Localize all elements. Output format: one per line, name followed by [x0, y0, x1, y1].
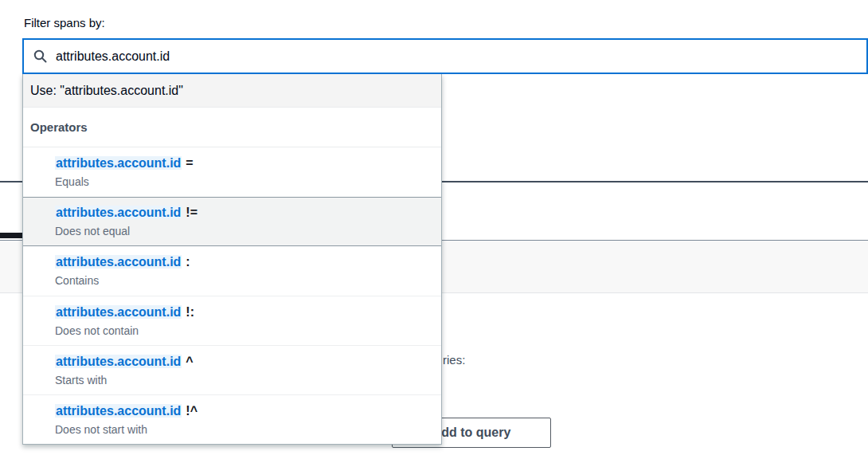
- operator-option-attribute: attributes.account.id: [55, 156, 182, 170]
- operator-option-description: Does not start with: [55, 422, 441, 437]
- operator-option-expression: attributes.account.id!=: [55, 204, 441, 221]
- operator-option-attribute: attributes.account.id: [55, 404, 182, 418]
- operator-option-description: Contains: [55, 273, 441, 288]
- operator-option-attribute: attributes.account.id: [55, 355, 182, 368]
- operator-option-attribute: attributes.account.id: [55, 206, 182, 219]
- operator-option-row[interactable]: attributes.account.id: Contains: [23, 246, 441, 296]
- operator-option-symbol: !:: [186, 305, 194, 319]
- truncated-background-label: ries:: [443, 353, 465, 367]
- search-icon: [33, 49, 47, 63]
- operator-option-expression: attributes.account.id!^: [55, 402, 441, 419]
- operator-options-list: attributes.account.id= Equals attributes…: [23, 147, 441, 444]
- operator-option-row[interactable]: attributes.account.id!^ Does not start w…: [23, 394, 441, 444]
- operators-group-header: Operators: [23, 108, 441, 147]
- operator-option-symbol: =: [186, 156, 193, 170]
- operator-option-symbol: !=: [186, 206, 197, 219]
- operator-option-expression: attributes.account.id=: [55, 155, 441, 171]
- search-input-value: attributes.account.id: [56, 49, 170, 64]
- operator-option-attribute: attributes.account.id: [55, 305, 182, 319]
- operator-option-description: Equals: [55, 174, 441, 190]
- operator-option-expression: attributes.account.id^: [55, 353, 441, 370]
- operator-option-row[interactable]: attributes.account.id!: Does not contain: [23, 296, 441, 345]
- operator-option-expression: attributes.account.id:: [55, 253, 441, 270]
- operator-option-symbol: ^: [186, 355, 193, 368]
- operator-option-symbol: :: [186, 255, 190, 269]
- operator-option-row[interactable]: attributes.account.id!= Does not equal: [23, 197, 441, 246]
- operator-option-symbol: !^: [186, 404, 197, 418]
- operator-option-row[interactable]: attributes.account.id^ Starts with: [23, 345, 441, 394]
- operator-option-description: Does not equal: [55, 223, 441, 239]
- span-filter-search-input[interactable]: attributes.account.id: [22, 38, 868, 74]
- operator-option-row[interactable]: attributes.account.id= Equals: [23, 147, 441, 197]
- filter-spans-by-label: Filter spans by:: [24, 16, 105, 29]
- operator-option-expression: attributes.account.id!:: [55, 304, 441, 320]
- operator-option-description: Starts with: [55, 372, 441, 388]
- use-raw-value-option[interactable]: Use: "attributes.account.id": [23, 74, 441, 108]
- operator-option-attribute: attributes.account.id: [55, 255, 182, 269]
- filter-suggestions-dropdown: Use: "attributes.account.id" Operators a…: [22, 74, 442, 445]
- operator-option-description: Does not contain: [55, 323, 441, 339]
